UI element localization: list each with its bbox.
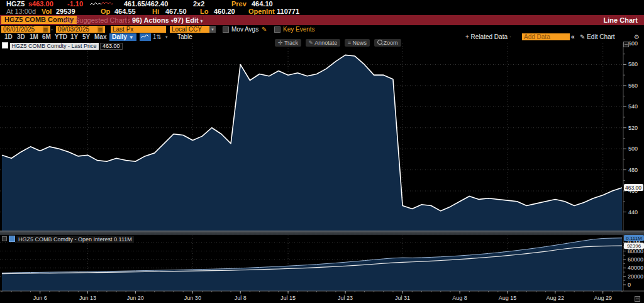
x-axis-label: Jun 20 (127, 295, 144, 301)
lower-y-axis-label: 0 (628, 282, 631, 288)
period-tab-max[interactable]: Max (94, 33, 106, 40)
date-to-input[interactable]: 09/03/2025▦ (56, 26, 105, 33)
op-value: 464.55 (114, 8, 136, 15)
pencil-icon[interactable]: ✎ (262, 26, 267, 33)
edit-chart-button[interactable]: ✎ Edit Chart (580, 33, 615, 40)
main-legend-label[interactable]: HGZ5 COMB Comdty - Last Price (10, 43, 99, 50)
lot-size: 2x2 (193, 0, 204, 8)
period-tab-5y[interactable]: 5Y (82, 33, 90, 40)
line-chart-toggle[interactable] (140, 33, 151, 41)
period-tab-1y[interactable]: 1Y (70, 33, 78, 40)
main-legend-value: 463.00 (100, 43, 123, 50)
x-axis-label: Jun 6 (33, 295, 47, 301)
lo-value: 460.20 (214, 8, 235, 15)
control-row-dates: 06/01/2025▦ - 09/03/2025▦ Last Px Local … (0, 26, 644, 33)
quote-row-2: At 13:00d Vol 29539 Op 464.55 Hi 467.50 … (0, 8, 644, 15)
menu-suggested-charts[interactable]: 94) Suggested Charts ▾ (63, 15, 135, 26)
hi-value: 467.50 (165, 8, 187, 15)
last-price-badge-text: 463.00 (625, 185, 641, 191)
ticker-symbol: HGZ5 (6, 0, 25, 8)
currency-select[interactable]: Local CCY (170, 26, 211, 33)
period-tab-6m[interactable]: 6M (42, 33, 51, 40)
bid-ask: 461.65/462.40 (124, 0, 168, 8)
period-tab-ytd[interactable]: YTD (55, 33, 67, 40)
bloomberg-terminal-chart: { "quote_bar": { "ticker": "HGZ5", "last… (0, 0, 644, 303)
x-axis-label: Aug 29 (594, 295, 612, 301)
x-axis-label: Jul 8 (235, 295, 247, 301)
oi-badge-text: 0.111M (626, 236, 642, 241)
quote-row-1: HGZ5 s463.00 -1.10 461.65/462.40 2x2 Pre… (0, 0, 644, 8)
frequency-select[interactable]: Daily ▼ (109, 33, 136, 41)
x-axis-label: Jul 31 (395, 295, 410, 301)
lower-legend-label[interactable]: HGZ5 COMB Comdty - Open Interest 0.111M (16, 236, 134, 243)
menu-edit[interactable]: 97) Edit ▾ (174, 15, 203, 26)
y-axis-label: 580 (628, 61, 638, 67)
time-label: At 13:00d (6, 8, 36, 15)
gear-icon[interactable]: ⚙ (634, 33, 640, 40)
x-axis-label: Jul 23 (338, 295, 353, 301)
x-axis-label: Jun 13 (79, 295, 96, 301)
main-legend: HGZ5 COMB Comdty - Last Price 463.00 (2, 42, 123, 49)
study-input[interactable]: Last Px (111, 26, 166, 33)
currency-dropdown-arrow[interactable]: ▾ (209, 26, 216, 33)
add-data-input[interactable]: Add Data (522, 33, 570, 40)
lower-legend: HGZ5 COMB Comdty - Open Interest 0.111M (2, 236, 134, 243)
op-label: Op (101, 8, 110, 15)
y-axis-label: 480 (628, 167, 638, 173)
y-axis-label: 560 (628, 83, 638, 89)
secondary-badge-text: 92396 (627, 243, 641, 249)
menu-actions[interactable]: 96) Actions ▾ (132, 15, 174, 26)
vol-value: 29539 (56, 8, 75, 15)
series-checkbox[interactable] (2, 42, 8, 49)
price-chart[interactable]: 6005805605405205004804604400200004000060… (0, 42, 644, 303)
bottom-panel-icon[interactable] (635, 296, 640, 302)
period-tab-3d[interactable]: 3D (17, 33, 25, 40)
title-bar: HGZ5 COMB Comdty 94) Suggested Charts ▾ … (0, 15, 644, 25)
x-axis-label: Aug 22 (547, 295, 565, 301)
last-price: s463.00 (28, 0, 53, 8)
date-range-dash: - (51, 26, 53, 33)
collapse-button[interactable]: « (571, 33, 575, 40)
y-axis-label: 440 (628, 209, 638, 215)
x-axis-label: Aug 15 (499, 295, 517, 301)
price-area (2, 55, 622, 231)
prev-label: Prev (231, 0, 247, 8)
x-axis-label: Jul 15 (280, 295, 296, 301)
y-axis-label: 540 (628, 103, 638, 110)
compare-icon[interactable]: 1⇅ (153, 33, 162, 40)
vol-label: Vol (42, 8, 52, 15)
related-data-button[interactable]: + Related Data · (465, 33, 511, 40)
y-axis-label: 520 (628, 125, 638, 131)
table-button[interactable]: Table (177, 33, 192, 40)
chart-type-label: Line Chart (604, 15, 638, 25)
panel-expand-icon[interactable] (623, 42, 629, 47)
hi-label: Hi (152, 8, 159, 15)
keyevents-label[interactable]: Key Events (283, 26, 315, 33)
price-change: -1.10 (67, 0, 83, 8)
panel-divider[interactable] (0, 231, 644, 235)
period-tab-1m[interactable]: 1M (30, 33, 38, 40)
x-axis-label: Aug 8 (452, 295, 467, 301)
openint-value: 110771 (277, 8, 299, 15)
movavgs-label[interactable]: Mov Avgs (231, 26, 258, 33)
oi-series-checkbox[interactable] (9, 236, 15, 242)
panel-drag-handle[interactable] (2, 236, 7, 241)
prev-value: 464.10 (252, 0, 273, 8)
movavgs-checkbox[interactable] (223, 26, 229, 33)
lo-label: Lo (200, 8, 208, 15)
lower-y-axis-label: 40000 (628, 265, 643, 271)
y-axis-label: 500 (628, 146, 638, 152)
openint-label: OpenInt (248, 8, 275, 15)
lower-y-axis-label: 20000 (628, 273, 643, 280)
lower-y-axis-label: 60000 (628, 256, 643, 263)
keyevents-checkbox[interactable] (274, 26, 280, 33)
x-axis-label: Jun 30 (184, 295, 201, 301)
period-tab-1d[interactable]: 1D (4, 33, 13, 40)
y-axis-label: 600 (628, 42, 638, 47)
date-from-input[interactable]: 06/01/2025▦ (1, 26, 50, 33)
more-tools-caret[interactable]: ▾ (165, 35, 168, 40)
